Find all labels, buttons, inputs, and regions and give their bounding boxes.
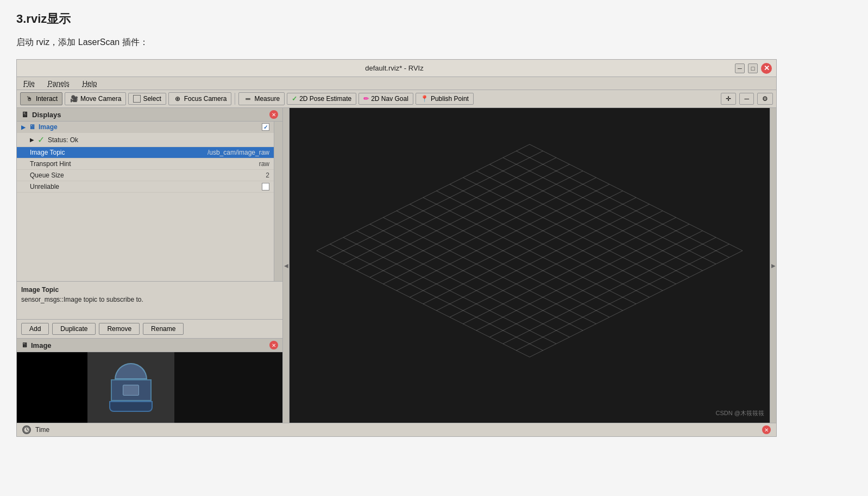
description-box: Image Topic sensor_msgs::Image topic to … xyxy=(17,281,282,319)
3d-canvas xyxy=(290,108,770,423)
page-title: 3.rviz显示 xyxy=(16,11,852,27)
buttons-bar: Add Duplicate Remove Rename xyxy=(17,319,282,338)
time-icon xyxy=(22,425,31,434)
description-body: sensor_msgs::Image topic to subscribe to… xyxy=(21,296,278,303)
menu-file[interactable]: File xyxy=(21,79,37,88)
item-value: raw xyxy=(259,160,269,168)
description-title: Image Topic xyxy=(21,286,278,294)
toolbar-separator-1 xyxy=(235,93,235,105)
collapse-handle-right[interactable]: ▶ xyxy=(770,108,776,423)
close-button[interactable]: ✕ xyxy=(761,63,772,74)
select-button[interactable]: Select xyxy=(128,93,166,105)
displays-close-btn[interactable]: ✕ xyxy=(269,110,278,119)
rename-button[interactable]: Rename xyxy=(143,323,184,335)
focus-camera-button[interactable]: ⊕ Focus Camera xyxy=(168,92,232,105)
item-name: Status: Ok xyxy=(48,136,269,144)
robot-image xyxy=(87,352,174,423)
add-display-button[interactable]: ✛ xyxy=(721,93,736,105)
dark-area xyxy=(174,352,282,423)
maximize-button[interactable]: □ xyxy=(748,63,758,73)
page-subtitle: 启动 rviz，添加 LaserScan 插件： xyxy=(16,37,852,48)
interact-button[interactable]: 🖱 Interact xyxy=(20,92,62,105)
list-item[interactable]: ▶ ✓ Status: Ok xyxy=(17,133,274,147)
view-3d[interactable]: CSDN @木筱筱筱 xyxy=(290,108,770,423)
expand-icon: ▶ xyxy=(30,137,34,143)
nav-goal-button[interactable]: ✏ 2D Nav Goal xyxy=(358,93,413,105)
expand-icon: ▶ xyxy=(21,124,26,130)
unreliable-checkbox[interactable] xyxy=(262,183,269,190)
camera-panel: 🖥 Image ✕ xyxy=(17,338,282,423)
list-item[interactable]: ▶ 🖥 Image ✓ xyxy=(17,122,274,133)
item-value: 2 xyxy=(266,171,269,179)
item-value: /usb_cam/image_raw xyxy=(207,149,269,156)
publish-point-button[interactable]: 📍 Publish Point xyxy=(416,93,474,105)
list-item[interactable]: Unreliable xyxy=(17,181,274,193)
pose-estimate-button[interactable]: ✓ 2D Pose Estimate xyxy=(287,93,356,105)
scroll-bar[interactable] xyxy=(274,122,282,281)
move-camera-icon: 🎥 xyxy=(70,94,78,103)
toolbar: 🖱 Interact 🎥 Move Camera Select ⊕ Focus … xyxy=(17,90,776,108)
image-checkbox[interactable]: ✓ xyxy=(262,123,269,131)
item-label: Unreliable xyxy=(30,183,259,190)
window-title: default.rviz* - RVIz xyxy=(54,64,735,72)
focus-icon: ⊕ xyxy=(173,94,182,103)
svg-line-2 xyxy=(27,430,28,431)
interact-icon: 🖱 xyxy=(25,94,34,103)
measure-icon: ═ xyxy=(243,94,252,103)
time-label: Time xyxy=(35,426,49,434)
list-item[interactable]: Transport Hint raw xyxy=(17,158,274,170)
nav-icon: ✏ xyxy=(363,95,369,103)
remove-button[interactable]: Remove xyxy=(99,323,140,335)
rviz-window: default.rviz* - RVIz ─ □ ✕ File Panels H… xyxy=(16,59,777,437)
item-label: Image Topic xyxy=(30,149,204,156)
camera-close-btn[interactable]: ✕ xyxy=(269,341,278,349)
list-item[interactable]: Queue Size 2 xyxy=(17,170,274,181)
remove-display-button[interactable]: ─ xyxy=(739,93,754,105)
settings-button[interactable]: ⚙ xyxy=(757,93,773,105)
list-item[interactable]: Image Topic /usb_cam/image_raw xyxy=(17,147,274,158)
left-panel: 🖥 Displays ✕ ▶ 🖥 Image ✓ xyxy=(17,108,283,423)
menu-bar: File Panels Help xyxy=(17,77,776,90)
camera-view xyxy=(17,352,282,423)
title-bar: default.rviz* - RVIz ─ □ ✕ xyxy=(17,60,776,77)
pose-icon: ✓ xyxy=(292,95,297,103)
select-icon xyxy=(133,95,141,103)
camera-title: Image xyxy=(31,341,52,349)
displays-header: 🖥 Displays ✕ xyxy=(17,108,282,122)
watermark: CSDN @木筱筱筱 xyxy=(716,409,764,417)
item-label: Queue Size xyxy=(30,171,262,179)
item-name: Image xyxy=(39,123,259,131)
publish-point-icon: 📍 xyxy=(420,95,429,103)
measure-button[interactable]: ═ Measure xyxy=(238,92,285,105)
displays-monitor-icon: 🖥 xyxy=(21,110,29,119)
move-camera-button[interactable]: 🎥 Move Camera xyxy=(65,92,126,105)
main-content: 🖥 Displays ✕ ▶ 🖥 Image ✓ xyxy=(17,108,776,423)
duplicate-button[interactable]: Duplicate xyxy=(52,323,96,335)
bottom-close-btn[interactable]: ✕ xyxy=(762,425,771,434)
collapse-handle-left[interactable]: ◀ xyxy=(283,108,290,423)
minimize-button[interactable]: ─ xyxy=(735,63,745,73)
black-area xyxy=(17,352,87,423)
bottom-bar: Time ✕ xyxy=(17,423,776,436)
menu-help[interactable]: Help xyxy=(80,79,99,88)
add-button[interactable]: Add xyxy=(21,323,49,335)
camera-monitor-icon: 🖥 xyxy=(21,341,28,349)
display-monitor-icon: 🖥 xyxy=(29,123,35,131)
displays-title: Displays xyxy=(32,111,61,119)
item-label: Transport Hint xyxy=(30,160,256,168)
menu-panels[interactable]: Panels xyxy=(46,79,72,88)
camera-header: 🖥 Image ✕ xyxy=(17,339,282,352)
check-icon: ✓ xyxy=(37,135,45,145)
displays-list: ▶ 🖥 Image ✓ ▶ ✓ Status: Ok Image Topic xyxy=(17,122,274,281)
